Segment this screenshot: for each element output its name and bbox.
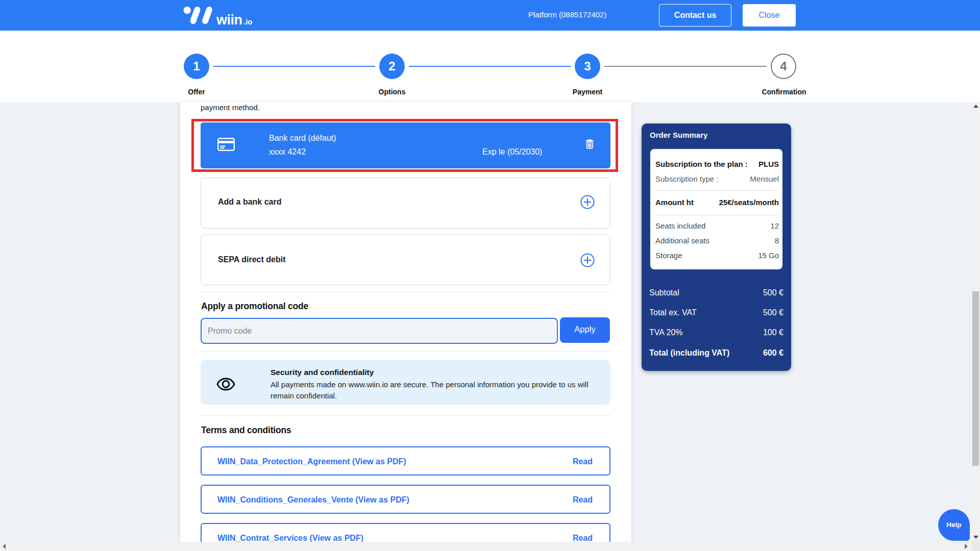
svg-text:.io: .io [243, 17, 253, 26]
svg-text:wiin: wiin [216, 12, 242, 28]
